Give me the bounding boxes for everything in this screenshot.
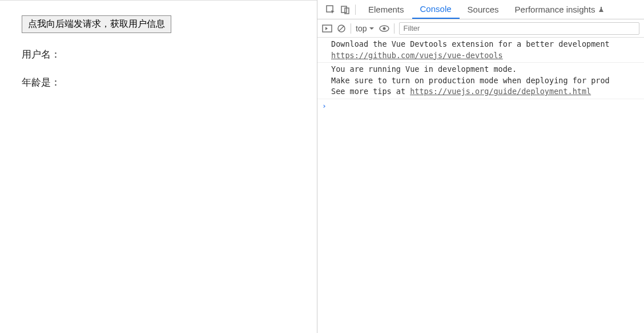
console-sidebar-toggle-icon[interactable] (322, 24, 332, 33)
fetch-user-button[interactable]: 点我向后端发请求，获取用户信息 (22, 15, 171, 33)
separator (351, 23, 351, 34)
console-text: You are running Vue in development mode. (331, 64, 639, 75)
context-label: top (356, 24, 367, 33)
separator (355, 5, 356, 15)
tab-performance-insights-label: Performance insights (515, 5, 595, 14)
clear-console-icon[interactable] (337, 24, 346, 33)
console-output: Download the Vue Devtools extension for … (317, 38, 644, 333)
console-filter-input[interactable] (399, 22, 639, 35)
tab-console[interactable]: Console (412, 0, 460, 19)
console-message: Download the Vue Devtools extension for … (317, 38, 644, 63)
console-link[interactable]: https://vuejs.org/guide/deployment.html (410, 87, 591, 96)
svg-line-5 (339, 26, 344, 31)
chevron-down-icon (369, 26, 375, 31)
tab-elements[interactable]: Elements (360, 0, 412, 19)
device-toggle-icon[interactable] (338, 0, 353, 19)
inspect-element-icon[interactable] (323, 0, 338, 19)
console-message: You are running Vue in development mode.… (317, 63, 644, 99)
console-text: See more tips at (331, 87, 410, 96)
tab-performance-insights[interactable]: Performance insights (507, 0, 607, 19)
console-text: Download the Vue Devtools extension for … (331, 39, 639, 50)
username-label: 用户名： (22, 48, 295, 61)
console-link[interactable]: https://github.com/vuejs/vue-devtools (331, 51, 503, 60)
svg-rect-1 (341, 6, 347, 13)
app-pane: 点我向后端发请求，获取用户信息 用户名： 年龄是： (0, 0, 317, 333)
devtools-tabstrip: Elements Console Sources Performance ins… (317, 0, 644, 19)
devtools-panel: Elements Console Sources Performance ins… (317, 0, 644, 333)
svg-point-7 (383, 27, 386, 30)
live-expression-icon[interactable] (379, 25, 389, 33)
age-label: 年龄是： (22, 76, 295, 89)
console-toolbar: top (317, 19, 644, 38)
console-prompt[interactable]: › (317, 99, 644, 113)
context-selector[interactable]: top (356, 24, 375, 33)
console-text: Make sure to turn on production mode whe… (331, 75, 639, 87)
tab-sources[interactable]: Sources (460, 0, 507, 19)
separator (394, 23, 395, 34)
flask-icon (598, 6, 605, 13)
chevron-right-icon: › (322, 101, 327, 112)
